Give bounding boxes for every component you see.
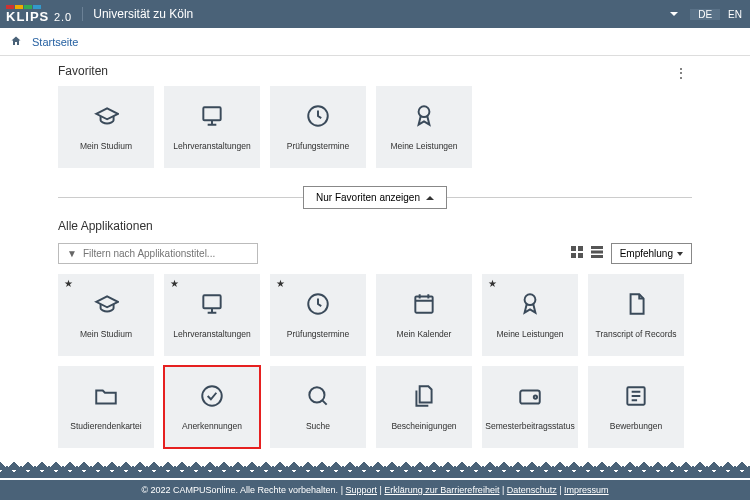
tile-label: Suche <box>304 421 332 431</box>
svg-rect-8 <box>591 251 603 254</box>
app-tile[interactable]: Suche <box>270 366 366 448</box>
tile-label: Transcript of Records <box>594 329 679 339</box>
app-tile[interactable]: ★Prüfungstermine <box>270 274 366 356</box>
star-icon: ★ <box>170 278 179 289</box>
tile-label: Mein Studium <box>78 329 134 339</box>
footer-link-accessibility[interactable]: Erklärung zur Barrierefreiheit <box>384 485 499 495</box>
svg-rect-5 <box>571 253 576 258</box>
graduation-icon <box>93 103 119 133</box>
grid-view-icon[interactable] <box>571 246 583 261</box>
badge-icon <box>411 103 437 133</box>
top-bar: KLIPS 2.0 Universität zu Köln DE EN <box>0 0 750 28</box>
app-tile[interactable]: Anerkennungen <box>164 366 260 448</box>
breadcrumb-home[interactable]: Startseite <box>32 36 78 48</box>
tile-label: Lehrveranstaltungen <box>171 329 253 339</box>
wallet-icon <box>517 383 543 413</box>
divider <box>58 197 303 198</box>
tile-label: Prüfungstermine <box>285 141 351 151</box>
clock-icon <box>305 103 331 133</box>
svg-rect-4 <box>578 246 583 251</box>
svg-point-13 <box>525 294 536 305</box>
star-icon: ★ <box>488 278 497 289</box>
footer: © 2022 CAMPUSonline. Alle Rechte vorbeha… <box>0 480 750 500</box>
app-tile[interactable]: ★Lehrveranstaltungen <box>164 274 260 356</box>
user-menu-caret-icon[interactable] <box>670 12 678 16</box>
caret-down-icon <box>677 252 683 256</box>
svg-rect-6 <box>578 253 583 258</box>
app-tile[interactable]: Prüfungstermine <box>270 86 366 168</box>
search-input-wrapper[interactable]: ▼ <box>58 243 258 264</box>
all-apps-row-1: ★Mein Studium★Lehrveranstaltungen★Prüfun… <box>58 274 692 356</box>
tile-label: Meine Leistungen <box>388 141 459 151</box>
tile-label: Prüfungstermine <box>285 329 351 339</box>
tile-label: Bewerbungen <box>608 421 664 431</box>
svg-point-2 <box>419 106 430 117</box>
tile-label: Mein Kalender <box>395 329 454 339</box>
check-icon <box>199 383 225 413</box>
search-icon <box>305 383 331 413</box>
university-name: Universität zu Köln <box>82 7 193 21</box>
logo: KLIPS 2.0 <box>0 5 72 24</box>
app-tile[interactable]: Studierendenkartei <box>58 366 154 448</box>
app-tile[interactable]: Transcript of Records <box>588 274 684 356</box>
document-icon <box>623 291 649 321</box>
app-tile[interactable]: Mein Studium <box>58 86 154 168</box>
tile-label: Meine Leistungen <box>494 329 565 339</box>
news-icon <box>623 383 649 413</box>
badge-icon <box>517 291 543 321</box>
tile-label: Mein Studium <box>78 141 134 151</box>
chevron-up-icon <box>426 196 434 200</box>
more-icon[interactable]: ⋮ <box>670 61 692 85</box>
star-icon: ★ <box>64 278 73 289</box>
tile-label: Semesterbeitragsstatus <box>483 421 576 431</box>
tile-label: Studierendenkartei <box>68 421 143 431</box>
svg-rect-12 <box>415 296 432 312</box>
lang-de[interactable]: DE <box>690 9 720 20</box>
svg-point-15 <box>309 387 324 402</box>
app-tile[interactable]: Meine Leistungen <box>376 86 472 168</box>
folder-icon <box>93 383 119 413</box>
tile-label: Anerkennungen <box>180 421 244 431</box>
svg-rect-0 <box>203 107 220 120</box>
all-apps-row-2: StudierendenkarteiAnerkennungenSucheBesc… <box>58 366 692 448</box>
svg-rect-9 <box>591 255 603 258</box>
presentation-icon <box>199 103 225 133</box>
all-apps-title: Alle Applikationen <box>58 219 692 233</box>
svg-rect-7 <box>591 246 603 249</box>
favorites-grid: Mein StudiumLehrveranstaltungenPrüfungst… <box>58 86 692 168</box>
lang-en[interactable]: EN <box>720 9 750 20</box>
footer-link-imprint[interactable]: Impressum <box>564 485 609 495</box>
svg-point-17 <box>534 395 537 398</box>
tile-label: Bescheinigungen <box>389 421 458 431</box>
star-icon: ★ <box>276 278 285 289</box>
tile-label: Lehrveranstaltungen <box>171 141 253 151</box>
footer-link-privacy[interactable]: Datenschutz <box>507 485 557 495</box>
sort-button[interactable]: Empfehlung <box>611 243 692 264</box>
app-tile[interactable]: ★Meine Leistungen <box>482 274 578 356</box>
app-tile[interactable]: Lehrveranstaltungen <box>164 86 260 168</box>
toggle-favorites-button[interactable]: Nur Favoriten anzeigen <box>303 186 447 209</box>
filter-icon: ▼ <box>67 248 77 259</box>
torn-edge <box>0 464 750 478</box>
presentation-icon <box>199 291 225 321</box>
files-icon <box>411 383 437 413</box>
app-tile[interactable]: Bescheinigungen <box>376 366 472 448</box>
graduation-icon <box>93 291 119 321</box>
home-icon[interactable] <box>10 35 22 49</box>
clock-icon <box>305 291 331 321</box>
svg-rect-10 <box>203 295 220 308</box>
app-tile[interactable]: ★Mein Studium <box>58 274 154 356</box>
app-tile[interactable]: Bewerbungen <box>588 366 684 448</box>
breadcrumb: Startseite <box>0 28 750 56</box>
search-input[interactable] <box>83 248 249 259</box>
app-tile[interactable]: Mein Kalender <box>376 274 472 356</box>
app-tile[interactable]: Semesterbeitragsstatus <box>482 366 578 448</box>
footer-link-support[interactable]: Support <box>345 485 377 495</box>
svg-point-14 <box>202 386 222 406</box>
svg-rect-3 <box>571 246 576 251</box>
favorites-title: Favoriten <box>58 64 108 78</box>
list-view-icon[interactable] <box>591 246 603 261</box>
calendar-icon <box>411 291 437 321</box>
